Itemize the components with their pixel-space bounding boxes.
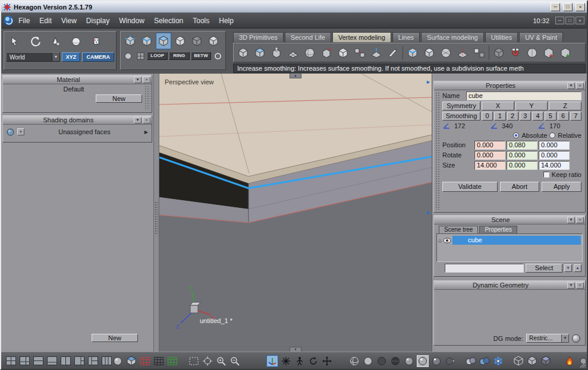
symmetry-y-button[interactable]: Y — [515, 102, 548, 110]
smoothing-level-7-button[interactable]: 7 — [570, 112, 581, 121]
menu-selection[interactable]: Selection — [149, 14, 188, 27]
remove-points-tool-icon[interactable] — [557, 44, 574, 61]
weld-tool-icon[interactable] — [251, 44, 268, 61]
marquee-select-icon[interactable] — [188, 355, 200, 367]
smoothing-level-6-button[interactable]: 6 — [558, 112, 569, 121]
camera-button[interactable]: CAMERA — [82, 52, 114, 62]
material-panel-grip[interactable] — [144, 86, 150, 110]
tab-uv-paint[interactable]: UV & Paint — [519, 32, 563, 42]
stereo-view-blue-icon[interactable] — [479, 355, 490, 367]
shading-options-icon[interactable] — [444, 355, 456, 367]
rotate-x-input[interactable]: 0.000 — [474, 151, 505, 160]
symmetry-button[interactable]: Symmetry — [442, 102, 480, 110]
shading-expand-arrow-icon[interactable]: ▶ — [144, 129, 148, 135]
extrude-surface-tool-icon[interactable] — [268, 44, 285, 61]
shading-close-button[interactable]: × — [143, 117, 150, 124]
material-new-button[interactable]: New — [96, 94, 142, 103]
layout-hsplit-low-icon[interactable] — [46, 355, 58, 367]
splitter-grip[interactable] — [155, 201, 158, 235]
scene-search-input[interactable] — [445, 264, 524, 273]
left-splitter[interactable] — [153, 74, 159, 352]
keep-ratio-label[interactable]: Keep ratio — [552, 171, 581, 178]
maximize-button[interactable]: □ — [563, 3, 573, 11]
grid-dark-icon[interactable] — [153, 355, 165, 367]
ring-button[interactable]: RING — [169, 52, 190, 60]
bevel-tool-icon[interactable] — [421, 44, 438, 61]
knife-tool-icon[interactable] — [385, 44, 401, 61]
shading-textured-icon[interactable] — [430, 355, 442, 367]
position-y-input[interactable]: 0.080 — [507, 141, 537, 150]
symmetry-tool-icon[interactable] — [454, 44, 471, 61]
grid-red-icon[interactable] — [139, 355, 151, 367]
tab-lines[interactable]: Lines — [392, 32, 420, 42]
tab-vertex-modeling[interactable]: Vertex modeling — [332, 32, 391, 42]
apply-button[interactable]: Apply — [542, 182, 581, 192]
magnet-tool-icon[interactable] — [507, 44, 524, 61]
size-y-input[interactable]: 0.000 — [507, 161, 537, 170]
dg-mode-select[interactable]: Restric... ▼ — [526, 334, 569, 343]
symmetry-x-button[interactable]: X — [482, 102, 514, 110]
decimate-tool-icon[interactable] — [438, 44, 454, 61]
right-panel-collapse-arrow[interactable]: ► — [426, 210, 431, 216]
material-close-button[interactable]: × — [143, 77, 150, 83]
material-list-item-default[interactable]: Default — [5, 85, 142, 94]
tab-scene-properties[interactable]: Properties — [479, 226, 517, 233]
select-all-cube-icon[interactable] — [206, 33, 221, 49]
mini-cube-icon[interactable] — [122, 51, 134, 61]
menubar-minimize-button[interactable]: ─ — [555, 17, 564, 24]
layout-quad-icon[interactable] — [5, 355, 17, 367]
left-new-button[interactable]: New — [92, 334, 138, 342]
thickness-tool-icon[interactable] — [490, 44, 507, 61]
zoom-out-icon[interactable] — [229, 355, 241, 367]
smoothing-level-2-button[interactable]: 2 — [507, 112, 518, 121]
scene-item-cube[interactable]: cube — [452, 236, 581, 245]
sphere-tool-icon[interactable] — [67, 33, 85, 50]
tab-surface-modeling[interactable]: Surface modeling — [421, 32, 484, 42]
smoothing-level-4-button[interactable]: 4 — [532, 112, 543, 121]
menu-display[interactable]: Display — [81, 14, 114, 27]
center-view-icon[interactable] — [202, 355, 213, 367]
select-object-cube-icon[interactable] — [172, 33, 188, 49]
scene-spin-up-button[interactable]: ▲ — [574, 264, 581, 272]
absolute-radio-label[interactable]: Absolute — [521, 132, 547, 139]
select-vertices-cube-icon[interactable] — [122, 33, 138, 49]
zoom-in-icon[interactable] — [215, 355, 227, 367]
size-x-input[interactable]: 14.000 — [474, 161, 505, 170]
right-panel-collapse-arrow[interactable]: ► — [426, 80, 431, 85]
tessellate-tool-icon[interactable] — [285, 44, 301, 61]
shading-dark-icon[interactable] — [376, 355, 388, 367]
select-button[interactable]: Select — [526, 264, 562, 273]
stereo-view-icon[interactable] — [465, 355, 477, 367]
layout-mixed-icon[interactable] — [87, 355, 99, 367]
sweep-tool-icon[interactable] — [368, 44, 385, 61]
minimize-button[interactable]: ─ — [551, 3, 560, 11]
translate-manipulator-icon[interactable] — [321, 355, 333, 367]
dg-sphere-icon[interactable] — [572, 334, 580, 343]
cube-solid-icon[interactable] — [526, 355, 538, 367]
absolute-radio[interactable] — [513, 132, 519, 138]
xyz-axes-button[interactable]: XYZ — [62, 52, 81, 62]
viewport-top-collapse-handle[interactable]: ▲ — [290, 74, 301, 78]
extrude-edge-tool-icon[interactable] — [318, 44, 335, 61]
tab-utilities[interactable]: Utilities — [485, 32, 518, 42]
smoothing-level-0-button[interactable]: 0 — [482, 112, 493, 121]
dropdown-arrow-icon[interactable]: ▼ — [52, 53, 59, 61]
stretch-tool-icon[interactable] — [524, 44, 540, 61]
close-button[interactable]: × — [576, 3, 585, 11]
dissociate-tool-icon[interactable] — [335, 44, 351, 61]
viewport-bottom-collapse-handle[interactable]: ▼ — [290, 347, 301, 352]
material-ball-icon[interactable] — [112, 355, 124, 367]
betw-button[interactable]: BETW — [191, 52, 212, 60]
rotate-y-input[interactable]: 0.000 — [507, 151, 537, 160]
shading-domain-item[interactable]: Unassigned faces — [26, 128, 143, 135]
bridge-tool-icon[interactable] — [351, 44, 368, 61]
add-points-tool-icon[interactable] — [540, 44, 557, 61]
layout-columns-icon[interactable] — [100, 355, 112, 367]
layout-vsplit-right-icon[interactable] — [73, 355, 85, 367]
tab-3d-primitives[interactable]: 3D Primitives — [233, 32, 284, 42]
extract-tool-icon[interactable] — [235, 44, 251, 61]
grid-green-icon[interactable] — [166, 355, 178, 367]
layout-quad-alt-icon[interactable] — [18, 355, 30, 367]
viewport-name-label[interactable]: Perspective view — [165, 78, 214, 86]
soft-selection-cube-icon[interactable] — [189, 33, 205, 49]
